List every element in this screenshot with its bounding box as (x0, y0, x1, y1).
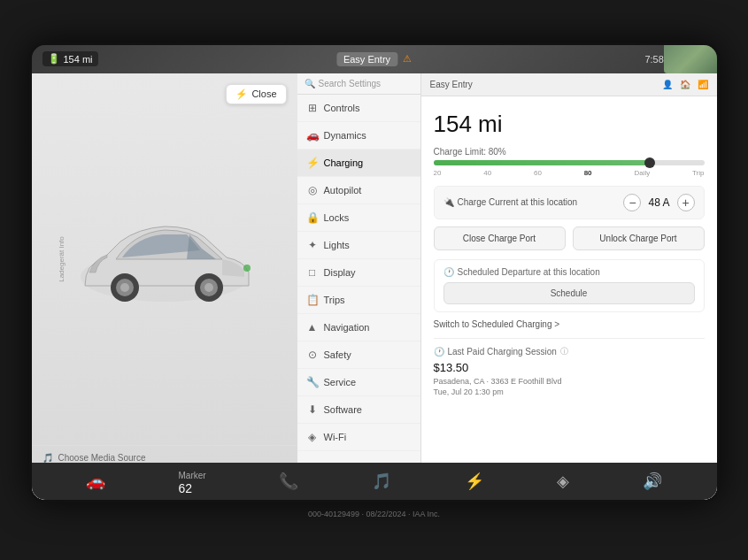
menu-item-lights[interactable]: ✦ Lights (297, 232, 420, 259)
menu-item-trips[interactable]: 📋 Trips (297, 287, 420, 314)
menu-item-controls[interactable]: ⊞ Controls (297, 95, 420, 122)
map-thumbnail (664, 45, 717, 73)
easy-entry-icons: 👤 🏠 📶 (662, 80, 708, 89)
charging-icon: ⚡ (306, 157, 319, 169)
easy-entry-bar: Easy Entry 👤 🏠 📶 (421, 73, 717, 96)
menu-item-charging[interactable]: ⚡ Charging (297, 150, 420, 177)
info-icon: ⓘ (560, 346, 568, 357)
port-buttons: Close Charge Port Unlock Charge Port (434, 226, 705, 250)
easy-entry-text: Easy Entry (430, 80, 473, 89)
slider-labels: 20 40 60 80 Daily Trip (434, 169, 705, 177)
safety-label: Safety (324, 349, 351, 360)
marker-number: 62 (179, 481, 193, 495)
menu-item-service[interactable]: 🔧 Service (297, 369, 420, 396)
search-icon: 🔍 (305, 79, 315, 88)
charge-slider-fill (434, 160, 651, 165)
trips-label: Trips (324, 295, 345, 305)
search-bar[interactable]: 🔍 Search Settings (297, 73, 420, 95)
svg-point-3 (120, 283, 129, 292)
last-session: 🕐 Last Paid Charging Session ⓘ $13.50 Pa… (434, 338, 705, 398)
locks-label: Locks (324, 212, 350, 223)
schedule-button[interactable]: Schedule (443, 282, 695, 304)
charging-label: Charging (324, 157, 364, 168)
clock-icon: 🕐 (443, 267, 454, 277)
battery-icon: 🔋 (48, 53, 60, 65)
menu-item-display[interactable]: □ Display (297, 259, 420, 287)
close-charge-port-button[interactable]: Close Charge Port (434, 226, 566, 250)
lights-label: Lights (324, 240, 350, 250)
main-content: ⚡ Close Ladegerät Info (32, 73, 717, 500)
taskbar-marker: Marker 62 (179, 467, 206, 495)
software-icon: ⬇ (306, 403, 319, 416)
menu-item-dynamics[interactable]: 🚗 Dynamics (297, 122, 420, 150)
charge-current-label: 🔌 Charge Current at this location (443, 197, 624, 207)
close-button[interactable]: ⚡ Close (226, 84, 286, 104)
taskbar-apps[interactable]: ◈ (557, 472, 569, 491)
unlock-charge-port-button[interactable]: Unlock Charge Port (573, 226, 705, 250)
taskbar-phone[interactable]: 📞 (279, 472, 298, 491)
taskbar: 🚗 Marker 62 📞 🎵 ⚡ ◈ 🔊 (32, 463, 717, 500)
clock-icon-2: 🕐 (434, 347, 444, 357)
wifi-label: Wi-Fi (324, 432, 347, 442)
switch-link[interactable]: Switch to Scheduled Charging > (434, 319, 705, 329)
service-label: Service (324, 377, 357, 387)
media-icon: 🎵 (42, 453, 53, 463)
close-icon: ⚡ (235, 88, 248, 100)
increment-button[interactable]: + (677, 194, 695, 211)
range-display: 154 mi (434, 111, 705, 138)
charge-current-row: 🔌 Charge Current at this location − 48 A… (434, 186, 705, 219)
menu-item-autopilot[interactable]: ◎ Autopilot (297, 177, 420, 204)
taskbar-car[interactable]: 🚗 (86, 472, 105, 491)
display-icon: □ (306, 266, 319, 279)
charge-limit-label: Charge Limit: 80% (434, 147, 705, 157)
safety-icon: ⊙ (306, 349, 319, 361)
session-date: Tue, Jul 20 1:30 pm (434, 387, 705, 398)
charging-content: 154 mi Charge Limit: 80% 20 40 60 80 Dai… (434, 111, 705, 398)
menu-panel: 🔍 Search Settings ⊞ Controls 🚗 Dynamics … (297, 73, 421, 500)
plug-icon: 🔌 (443, 197, 454, 207)
dynamics-icon: 🚗 (306, 129, 319, 142)
locks-icon: 🔒 (306, 211, 319, 224)
car-svg (58, 188, 271, 330)
display-label: Display (324, 267, 356, 278)
navigation-icon: ▲ (306, 321, 319, 334)
dynamics-label: Dynamics (324, 130, 366, 141)
autopilot-label: Autopilot (324, 185, 362, 196)
taskbar-bluetooth[interactable]: ⚡ (465, 472, 484, 491)
service-icon: 🔧 (306, 376, 319, 388)
session-amount: $13.50 (434, 361, 705, 374)
status-bar: 🔋 154 mi Easy Entry ⚠ 7:58 am 64°F (32, 45, 717, 73)
menu-item-software[interactable]: ⬇ Software (297, 396, 420, 424)
side-label: Ladegerät Info (58, 236, 66, 282)
navigation-label: Navigation (324, 322, 370, 333)
last-session-title: 🕐 Last Paid Charging Session ⓘ (434, 346, 705, 357)
taskbar-media[interactable]: 🎵 (372, 472, 391, 491)
trips-icon: 📋 (306, 294, 319, 306)
search-input[interactable]: Search Settings (319, 79, 413, 88)
signal-icon: 📶 (698, 80, 708, 89)
taskbar-audio[interactable]: 🔊 (643, 472, 662, 491)
car-display: ⚡ Close Ladegerät Info (32, 73, 297, 445)
svg-point-6 (204, 283, 213, 292)
session-location: Pasadena, CA · 3363 E Foothill Blvd (434, 376, 705, 387)
home-icon: 🏠 (680, 80, 690, 89)
decrement-button[interactable]: − (623, 194, 641, 211)
menu-item-navigation[interactable]: ▲ Navigation (297, 314, 420, 341)
controls-icon: ⊞ (306, 102, 319, 114)
tesla-screen: 🔋 154 mi Easy Entry ⚠ 7:58 am 64°F ⚡ (29, 42, 720, 502)
marker-label: Marker (179, 471, 206, 480)
person-icon: 👤 (662, 80, 673, 89)
charge-slider[interactable] (434, 160, 705, 165)
lights-icon: ✦ (306, 239, 319, 251)
mileage-display: 🔋 154 mi (42, 51, 98, 66)
charge-current-value: 48 A (648, 196, 669, 209)
menu-item-locks[interactable]: 🔒 Locks (297, 204, 420, 232)
alert-icon: ⚠ (403, 53, 412, 65)
scheduled-section: 🕐 Scheduled Departure at this location S… (434, 259, 705, 312)
svg-point-7 (243, 265, 251, 272)
charge-slider-thumb[interactable] (644, 157, 655, 168)
menu-item-wifi[interactable]: ◈ Wi-Fi (297, 424, 420, 451)
controls-label: Controls (324, 103, 360, 113)
software-label: Software (324, 404, 362, 415)
menu-item-safety[interactable]: ⊙ Safety (297, 341, 420, 369)
